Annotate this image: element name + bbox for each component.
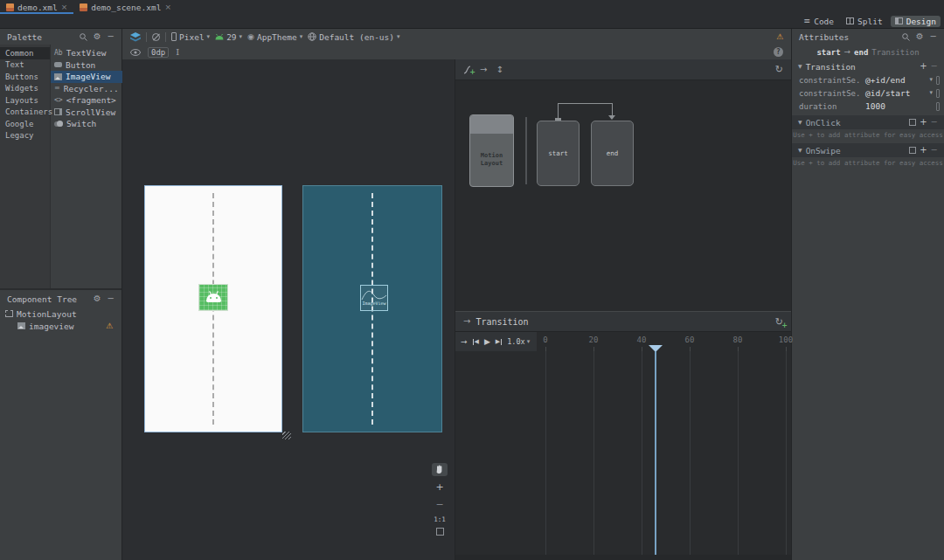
add-click-handler-icon[interactable]: → bbox=[480, 66, 487, 74]
gear-icon[interactable]: ⚙ bbox=[94, 294, 101, 303]
checkbox-icon[interactable] bbox=[909, 119, 916, 126]
play-icon[interactable]: ▶ bbox=[484, 338, 490, 346]
view-options-layers-icon[interactable] bbox=[130, 32, 141, 42]
palette-item-imageview[interactable]: ImageView bbox=[51, 71, 131, 83]
close-icon[interactable]: × bbox=[61, 3, 68, 11]
section-transition[interactable]: ▼ Transition + − bbox=[792, 59, 944, 73]
remove-attribute-icon[interactable]: − bbox=[931, 62, 938, 71]
resize-handle[interactable] bbox=[282, 432, 291, 439]
search-icon[interactable] bbox=[80, 33, 87, 41]
collapse-icon[interactable]: ▼ bbox=[798, 148, 802, 153]
theme-selector[interactable]: ◉ AppTheme ▾ bbox=[247, 32, 302, 42]
collapse-icon[interactable]: ▼ bbox=[798, 120, 802, 125]
category-google[interactable]: Google bbox=[0, 118, 50, 130]
imageview-blueprint[interactable]: ImageView bbox=[360, 285, 388, 311]
remove-attribute-icon[interactable]: − bbox=[931, 146, 938, 155]
palette-item-switch[interactable]: Switch bbox=[51, 118, 131, 130]
tree-item-imageview[interactable]: imageview ⚠ bbox=[0, 320, 121, 332]
device-label: Pixel bbox=[179, 32, 205, 42]
timeline-track-area[interactable] bbox=[455, 351, 791, 560]
hide-panel-icon[interactable]: − bbox=[930, 32, 937, 41]
phone-icon bbox=[171, 32, 177, 41]
attributes-title: Attributes bbox=[799, 32, 849, 42]
collapse-icon[interactable]: ▼ bbox=[798, 64, 802, 69]
pan-hand-icon[interactable] bbox=[432, 463, 448, 476]
gear-icon[interactable]: ⚙ bbox=[916, 32, 924, 41]
motionlayout-node[interactable]: Motion Layout bbox=[469, 114, 514, 187]
design-view-phone[interactable] bbox=[144, 185, 282, 432]
zoom-in-button[interactable]: + bbox=[432, 480, 448, 494]
warning-icon[interactable]: ⚠ bbox=[106, 322, 113, 330]
section-onclick[interactable]: ▼ OnClick + − bbox=[792, 115, 944, 129]
blueprint-view-phone[interactable]: ImageView bbox=[302, 185, 442, 432]
add-attribute-icon[interactable]: + bbox=[920, 118, 927, 127]
palette-item-recyclerview[interactable]: ≡ Recycler... ↓ bbox=[51, 83, 131, 95]
mode-label: Code bbox=[814, 17, 834, 26]
zoom-to-fit-icon[interactable] bbox=[436, 528, 444, 536]
palette-item-scrollview[interactable]: ScrollView bbox=[51, 107, 131, 119]
search-icon[interactable] bbox=[902, 33, 910, 41]
resource-picker-icon[interactable] bbox=[936, 76, 940, 85]
palette-item-fragment[interactable]: <> <fragment> bbox=[51, 94, 131, 107]
mode-code-button[interactable]: ≡ Code bbox=[799, 16, 838, 27]
category-common[interactable]: Common bbox=[0, 47, 50, 59]
help-icon[interactable]: ? bbox=[774, 47, 783, 57]
add-constraintset-icon[interactable]: ↕ bbox=[496, 66, 503, 74]
locale-selector[interactable]: Default (en-us) ▾ bbox=[308, 32, 399, 42]
category-containers[interactable]: Containers bbox=[0, 107, 50, 119]
constraintset-end-node[interactable]: end bbox=[591, 121, 634, 186]
tree-item-motionlayout[interactable]: MotionLayout bbox=[0, 308, 121, 320]
imageview-widget[interactable] bbox=[198, 284, 228, 311]
tick-label: 100 bbox=[779, 335, 793, 344]
zoom-out-button[interactable]: − bbox=[432, 498, 448, 511]
transition-arrow[interactable] bbox=[558, 103, 613, 104]
device-selector[interactable]: Pixel ▾ bbox=[171, 32, 210, 42]
timeline-ruler[interactable]: 0 20 40 60 80 100 → ◀ ▶ bbox=[455, 332, 791, 351]
hide-panel-icon[interactable]: − bbox=[108, 32, 115, 41]
category-legacy[interactable]: Legacy bbox=[0, 130, 50, 142]
tab-demo-xml[interactable]: demo.xml × bbox=[0, 0, 73, 14]
create-keyframe-icon[interactable]: ↻+ bbox=[775, 316, 783, 328]
palette-item-button[interactable]: Button bbox=[51, 59, 131, 72]
palette-item-textview[interactable]: Ab TextView bbox=[51, 47, 131, 59]
section-onswipe[interactable]: ▼ OnSwipe + − bbox=[792, 143, 944, 157]
category-layouts[interactable]: Layouts bbox=[0, 94, 50, 107]
hide-panel-icon[interactable]: − bbox=[108, 294, 115, 303]
checkbox-icon[interactable] bbox=[909, 147, 916, 154]
cycle-icon[interactable]: ↻ bbox=[775, 65, 783, 74]
resource-picker-icon[interactable] bbox=[936, 102, 940, 111]
go-to-start-icon[interactable]: ◀ bbox=[473, 339, 479, 345]
attr-label: constraintSe... bbox=[799, 89, 862, 98]
warning-icon[interactable]: ⚠ bbox=[776, 33, 783, 41]
category-widgets[interactable]: Widgets bbox=[0, 83, 50, 95]
resource-picker-icon[interactable] bbox=[936, 89, 940, 98]
attr-value-field[interactable]: @id/start bbox=[865, 88, 926, 98]
close-icon[interactable]: × bbox=[164, 3, 171, 11]
constraintset-start-node[interactable]: start bbox=[537, 121, 580, 186]
go-to-end-icon[interactable]: ▶ bbox=[496, 339, 502, 345]
remove-attribute-icon[interactable]: − bbox=[931, 118, 938, 127]
category-text[interactable]: Text bbox=[0, 59, 50, 72]
default-margins-button[interactable]: 0dp bbox=[148, 47, 169, 58]
design-surface[interactable]: ImageView + − 1:1 bbox=[122, 59, 455, 560]
chevron-down-icon[interactable]: ▾ bbox=[929, 77, 933, 83]
zoom-reset-button[interactable]: 1:1 bbox=[434, 515, 446, 523]
playback-speed-selector[interactable]: 1.0x ▾ bbox=[507, 337, 530, 346]
gear-icon[interactable]: ⚙ bbox=[94, 32, 101, 41]
attr-value-field[interactable]: 1000 bbox=[865, 101, 933, 111]
mode-split-button[interactable]: Split bbox=[842, 16, 887, 27]
category-buttons[interactable]: Buttons bbox=[0, 71, 50, 83]
tab-demo-scene-xml[interactable]: demo_scene.xml × bbox=[73, 0, 177, 14]
eye-icon[interactable] bbox=[130, 49, 141, 56]
attr-value-field[interactable]: @+id/end bbox=[865, 75, 926, 85]
add-transition-icon[interactable]: + bbox=[463, 66, 471, 74]
align-ibar-icon[interactable]: I bbox=[176, 47, 179, 57]
add-attribute-icon[interactable]: + bbox=[920, 62, 927, 71]
direction-icon[interactable]: → bbox=[461, 338, 468, 346]
mode-design-button[interactable]: Design bbox=[891, 16, 941, 27]
api-level-selector[interactable]: 29 ▾ bbox=[215, 32, 242, 42]
add-attribute-icon[interactable]: + bbox=[920, 146, 927, 155]
orientation-icon[interactable] bbox=[152, 33, 160, 41]
playhead-line[interactable] bbox=[655, 351, 656, 555]
chevron-down-icon[interactable]: ▾ bbox=[929, 90, 933, 96]
